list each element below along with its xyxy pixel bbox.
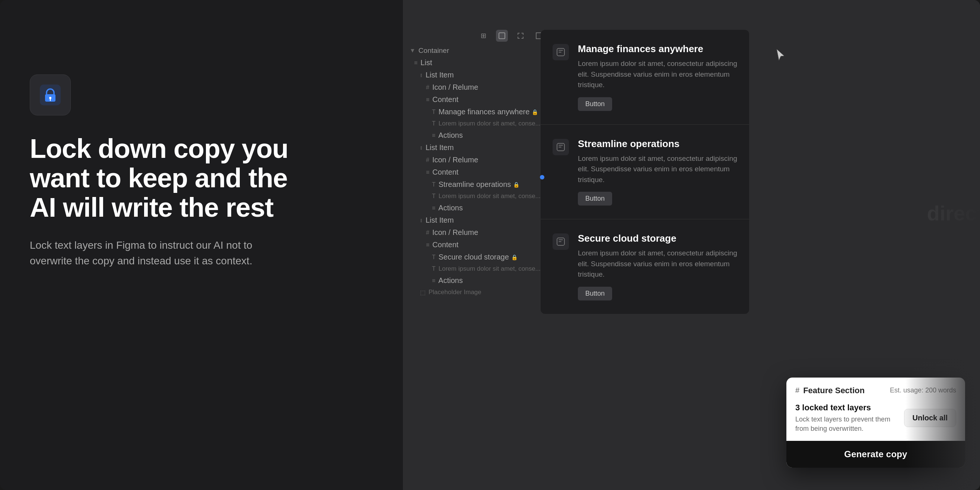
feature-card-3-icon <box>552 234 569 250</box>
container-expand-icon: ▼ <box>410 47 415 54</box>
unlock-all-button[interactable]: Unlock all <box>904 409 956 427</box>
feature-card-1-icon <box>552 44 569 60</box>
layer-actions-1[interactable]: ≡ Actions <box>407 129 533 142</box>
feature-card-2-title: Streamline operations <box>578 138 737 150</box>
popup-header-badge: Est. usage: 200 words <box>890 387 956 394</box>
lock-badge-1: 🔒 <box>532 109 538 115</box>
popup-locked-title: 3 locked text layers <box>795 403 898 412</box>
feature-card-2-icon <box>552 139 569 155</box>
layer-lorem-2[interactable]: T Lorem ipsum dolor sit amet, conse... <box>407 191 533 202</box>
feature-card-3-button[interactable]: Button <box>578 287 612 301</box>
layer-secure-cloud[interactable]: T Secure cloud storage 🔒 <box>407 251 533 263</box>
feature-card-3-desc: Lorem ipsum dolor sit amet, consectetur … <box>578 248 737 280</box>
layer-list[interactable]: ≡ List <box>407 57 533 69</box>
layer-actions-3[interactable]: ≡ Actions <box>407 274 533 287</box>
popup-footer: Generate copy <box>786 441 965 468</box>
layer-icon-relume-2[interactable]: # Icon / Relume <box>407 154 533 166</box>
lock-icon-container <box>30 75 71 115</box>
layer-content-3[interactable]: ≡ Content <box>407 239 533 251</box>
generate-copy-button[interactable]: Generate copy <box>786 441 965 468</box>
feature-cards-preview: Manage finances anywhere Lorem ipsum dol… <box>541 30 749 314</box>
feature-card-1-title: Manage finances anywhere <box>578 43 737 55</box>
feature-card-1-content: Manage finances anywhere Lorem ipsum dol… <box>578 43 737 111</box>
feature-card-3: Secure cloud storage Lorem ipsum dolor s… <box>541 219 749 314</box>
popup-body: 3 locked text layers Lock text layers to… <box>786 398 965 441</box>
left-panel: Lock down copy you want to keep and the … <box>30 75 290 269</box>
popup-header: # Feature Section Est. usage: 200 words <box>786 377 965 398</box>
feature-card-2-content: Streamline operations Lorem ipsum dolor … <box>578 138 737 206</box>
popup-locked-desc: Lock text layers to prevent them from be… <box>795 415 898 433</box>
layer-lorem-3[interactable]: T Lorem ipsum dolor sit amet, conse... <box>407 263 533 274</box>
layer-streamline-ops[interactable]: T Streamline operations 🔒 <box>407 178 533 191</box>
hero-subtitle: Lock text layers in Figma to instruct ou… <box>30 237 261 269</box>
edge-decorative-text: direct <box>927 201 980 225</box>
layer-list-label: List <box>420 59 432 67</box>
layer-placeholder-image[interactable]: ⬚ Placeholder Image <box>407 287 533 298</box>
layer-actions-2[interactable]: ≡ Actions <box>407 202 533 214</box>
popup-body-text: 3 locked text layers Lock text layers to… <box>795 403 898 433</box>
layer-icon-relume-1[interactable]: # Icon / Relume <box>407 81 533 94</box>
feature-card-2-desc: Lorem ipsum dolor sit amet, consectetur … <box>578 153 737 185</box>
feature-card-3-content: Secure cloud storage Lorem ipsum dolor s… <box>578 233 737 301</box>
layer-list-item-1[interactable]: ⫿ List Item <box>407 69 533 81</box>
feature-card-1: Manage finances anywhere Lorem ipsum dol… <box>541 30 749 125</box>
layer-manage-finances[interactable]: T Manage finances anywhere 🔒 <box>407 106 533 118</box>
feature-card-2-button[interactable]: Button <box>578 192 612 205</box>
frame-icon[interactable] <box>496 30 508 42</box>
lock-badge-2: 🔒 <box>513 182 519 188</box>
lock-badge-3: 🔒 <box>511 254 517 260</box>
layer-content-2[interactable]: ≡ Content <box>407 166 533 178</box>
layer-list-item-1-label: List Item <box>426 71 454 79</box>
feature-card-1-button[interactable]: Button <box>578 97 612 111</box>
layer-icon-relume-3[interactable]: # Icon / Relume <box>407 226 533 239</box>
layer-lorem-1[interactable]: T Lorem ipsum dolor sit amet, conse... <box>407 118 533 129</box>
expand-icon[interactable] <box>515 30 527 42</box>
feature-card-1-desc: Lorem ipsum dolor sit amet, consectetur … <box>578 59 737 91</box>
layer-list-item-3[interactable]: ⫿ List Item <box>407 214 533 226</box>
lock-icon <box>40 84 61 105</box>
svg-rect-4 <box>499 33 505 39</box>
layer-container[interactable]: ▼ Container <box>407 45 533 57</box>
container-label: Container <box>418 46 449 55</box>
layers-panel: ▼ Container ≡ List ⫿ List Item # Icon / … <box>407 45 533 298</box>
layer-list-item-2[interactable]: ⫿ List Item <box>407 142 533 154</box>
hero-title: Lock down copy you want to keep and the … <box>30 134 290 223</box>
feature-card-3-title: Secure cloud storage <box>578 233 737 244</box>
layer-content-1[interactable]: ≡ Content <box>407 94 533 106</box>
align-icon[interactable]: ⊞ <box>477 30 489 42</box>
popup-header-icon: # <box>795 386 799 395</box>
right-panel: ⊞ <box>403 0 980 490</box>
selection-dot <box>540 175 544 180</box>
popup-header-title: Feature Section <box>803 386 865 395</box>
popup-panel: # Feature Section Est. usage: 200 words … <box>786 377 965 468</box>
cursor-arrow <box>776 48 786 64</box>
feature-card-2: Streamline operations Lorem ipsum dolor … <box>541 125 749 220</box>
